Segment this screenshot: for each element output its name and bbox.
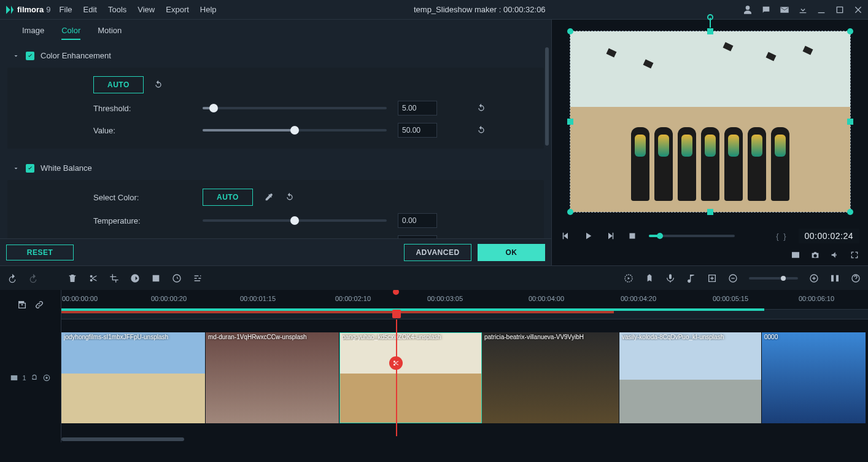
timeline-ruler[interactable]: 00:00:00:0000:00:00:2000:00:01:1500:00:0…: [61, 290, 868, 319]
clip[interactable]: patricia-beatrix-villanueva-VV9VyibH: [482, 332, 619, 423]
threshold-slider[interactable]: [203, 107, 387, 109]
add-clip-icon[interactable]: [17, 300, 27, 310]
quality-icon[interactable]: [791, 250, 800, 260]
logo-icon: [5, 5, 15, 15]
tab-image[interactable]: Image: [22, 26, 44, 40]
timeline: 1 00:00:00:0000:00:00:2000:00:01:1500:00…: [0, 290, 868, 442]
auto-button-color-enhancement[interactable]: AUTO: [93, 76, 144, 93]
temperature-slider[interactable]: [203, 219, 387, 222]
clock-icon[interactable]: [172, 273, 182, 283]
fullscreen-icon[interactable]: [850, 250, 859, 260]
tint-input[interactable]: [398, 235, 437, 238]
playhead[interactable]: [396, 319, 397, 436]
voiceover-icon[interactable]: [665, 273, 675, 283]
mail-icon[interactable]: [780, 5, 789, 15]
video-track[interactable]: jodyhongfilms-sI1mbxJFFpU-unsplashmd-dur…: [61, 319, 868, 436]
ruler-tick: 00:00:00:20: [151, 295, 187, 302]
play-icon[interactable]: [583, 230, 594, 241]
select-color-label: Select Color:: [93, 193, 192, 202]
tabs: Image Color Motion: [0, 20, 551, 40]
threshold-input[interactable]: [398, 101, 437, 116]
download-icon[interactable]: [798, 5, 808, 15]
mark-braces[interactable]: { }: [776, 232, 787, 241]
user-icon[interactable]: [743, 5, 753, 15]
stop-icon[interactable]: [627, 230, 638, 241]
color-icon[interactable]: [151, 273, 161, 283]
preview-canvas[interactable]: [570, 31, 850, 212]
clip-label: vasily-koloda-8CqDvPuo_kI-unsplash: [622, 334, 759, 340]
redo-icon[interactable]: [28, 273, 38, 283]
section-color-enhancement-head[interactable]: Color Enhancement: [7, 47, 544, 68]
prev-frame-icon[interactable]: [560, 230, 572, 241]
panel-scrollbar[interactable]: [545, 47, 549, 238]
clip[interactable]: 0000: [762, 332, 866, 423]
render-icon[interactable]: [624, 273, 634, 283]
window-title: temp_Slideshow maker : 00:00:32:06: [217, 5, 743, 14]
section-title: Color Enhancement: [41, 51, 111, 60]
feedback-icon[interactable]: [761, 5, 771, 15]
maximize-icon[interactable]: [835, 5, 845, 15]
checkbox-color-enhancement[interactable]: [26, 52, 34, 60]
marker-icon[interactable]: [645, 273, 654, 283]
ruler-tick: 00:00:06:10: [799, 295, 834, 302]
menu-file[interactable]: File: [60, 5, 72, 14]
timeline-h-scroll[interactable]: [61, 436, 868, 442]
clip-label: jodyhongfilms-sI1mbxJFFpU-unsplash: [64, 334, 203, 340]
audio-mixer-icon[interactable]: [686, 273, 696, 283]
app-name: filmora: [17, 5, 44, 14]
zoom-out-icon[interactable]: [728, 273, 738, 283]
tab-motion[interactable]: Motion: [98, 26, 122, 40]
add-track-icon[interactable]: [707, 273, 717, 283]
advanced-button[interactable]: ADVANCED: [404, 244, 471, 261]
help-icon[interactable]: [851, 273, 861, 283]
split-marker[interactable]: [389, 356, 403, 370]
value-input[interactable]: [398, 123, 437, 138]
zoom-in-icon[interactable]: [809, 273, 819, 283]
ruler-tick: 00:00:04:20: [621, 295, 656, 302]
clip[interactable]: md-duran-1VqHRwxcCCw-unsplash: [206, 332, 339, 423]
reset-icon[interactable]: [153, 80, 163, 90]
auto-button-white-balance[interactable]: AUTO: [203, 189, 253, 206]
delete-icon[interactable]: [68, 273, 77, 283]
next-frame-icon[interactable]: [605, 230, 616, 241]
speed-icon[interactable]: [130, 273, 140, 283]
checkbox-white-balance[interactable]: [26, 164, 34, 173]
close-icon[interactable]: [853, 5, 863, 15]
menu-view[interactable]: View: [138, 5, 155, 14]
tab-color[interactable]: Color: [61, 26, 80, 40]
svg-point-5: [45, 377, 48, 379]
menu-export[interactable]: Export: [166, 5, 189, 14]
menu-tools[interactable]: Tools: [108, 5, 126, 14]
minimize-icon[interactable]: [816, 5, 826, 15]
section-white-balance-head[interactable]: White Balance: [7, 160, 544, 180]
ok-button[interactable]: OK: [478, 244, 545, 261]
snapshot-icon[interactable]: [810, 250, 820, 260]
value-slider[interactable]: [203, 129, 387, 131]
adjust-icon[interactable]: [193, 273, 203, 283]
volume-slider[interactable]: [649, 235, 735, 237]
chevron-down-icon: [12, 165, 20, 172]
track-head[interactable]: 1: [0, 319, 61, 436]
menu-edit[interactable]: Edit: [83, 5, 97, 14]
clip[interactable]: jodyhongfilms-sI1mbxJFFpU-unsplash: [61, 332, 206, 423]
split-icon[interactable]: [88, 273, 98, 283]
zoom-fit-icon[interactable]: [830, 273, 840, 283]
link-icon[interactable]: [34, 300, 44, 310]
volume-icon[interactable]: [830, 250, 840, 260]
clip[interactable]: vasily-koloda-8CqDvPuo_kI-unsplash: [619, 332, 762, 423]
reset-icon[interactable]: [285, 192, 295, 202]
clip-label: pang-yuhao_kd5cxwZOK4-unsplash: [342, 334, 479, 340]
reset-button[interactable]: RESET: [6, 245, 74, 260]
reset-icon[interactable]: [476, 103, 486, 113]
crop-icon[interactable]: [109, 273, 119, 283]
clip[interactable]: pang-yuhao_kd5cxwZOK4-unsplash: [339, 332, 482, 423]
preview-time: 00:00:02:24: [799, 229, 859, 243]
reset-icon[interactable]: [476, 125, 486, 135]
clip-label: md-duran-1VqHRwxcCCw-unsplash: [208, 334, 336, 340]
menu-help[interactable]: Help: [200, 5, 217, 14]
eyedropper-icon[interactable]: [264, 192, 274, 202]
undo-icon[interactable]: [7, 273, 17, 283]
temperature-input[interactable]: [398, 213, 437, 228]
threshold-label: Threshold:: [93, 104, 192, 113]
zoom-slider[interactable]: [749, 277, 798, 280]
